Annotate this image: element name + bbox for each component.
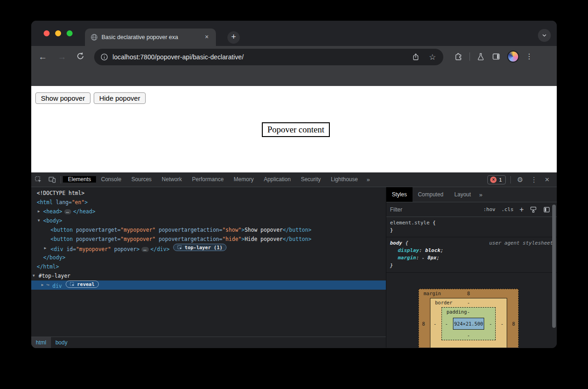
- sidebar-tab-styles[interactable]: Styles: [386, 187, 413, 202]
- new-tab-button[interactable]: +: [227, 31, 240, 44]
- hide-popover-button[interactable]: Hide popover: [94, 92, 146, 104]
- code-token-attr: lang: [53, 199, 69, 206]
- dom-node[interactable]: <!DOCTYPE html>: [31, 189, 386, 198]
- code-token-attr: id: [63, 246, 73, 252]
- expand-ellipsis-button[interactable]: …: [141, 247, 149, 252]
- devtools-tab-lighthouse[interactable]: Lighthouse: [326, 176, 363, 183]
- code-token-txt: Hide popover: [244, 236, 283, 242]
- browser-menu-icon[interactable]: ⋮: [526, 51, 533, 62]
- bookmark-star-icon[interactable]: ☆: [429, 52, 436, 62]
- dom-node[interactable]: ▼#top-layer: [31, 271, 386, 280]
- class-toggle[interactable]: .cls: [501, 206, 514, 212]
- sidebar-more-tabs-icon[interactable]: »: [476, 191, 485, 198]
- devtools-tab-sources[interactable]: Sources: [126, 176, 157, 183]
- devtools: ElementsConsoleSourcesNetworkPerformance…: [31, 172, 557, 348]
- extensions-icon[interactable]: [454, 52, 463, 61]
- rule-selector: element.style: [390, 220, 430, 226]
- dom-node[interactable]: <html lang="en">: [31, 198, 386, 207]
- expand-right-icon[interactable]: ▶: [41, 280, 44, 290]
- styles-scrollbar[interactable]: [552, 205, 556, 328]
- code-token-attr: popovertarget: [73, 227, 117, 233]
- flask-experiments-icon[interactable]: [476, 52, 485, 61]
- expand-right-icon[interactable]: ▶: [38, 207, 40, 216]
- styles-filter-input[interactable]: Filter: [390, 206, 483, 213]
- back-button[interactable]: ←: [37, 51, 48, 63]
- devtools-tab-application[interactable]: Application: [259, 176, 296, 183]
- adorner-label: reveal: [77, 280, 95, 289]
- padding-right-value: -: [487, 321, 494, 326]
- tab-close-icon[interactable]: ×: [203, 33, 211, 41]
- dom-node[interactable]: ▶<head>…</head>: [31, 207, 386, 216]
- profile-avatar[interactable]: [507, 51, 519, 63]
- code-token-tag: >: [136, 246, 140, 252]
- devtools-menu-icon[interactable]: ⋮: [528, 176, 540, 184]
- margin-right-value: 8: [510, 321, 517, 326]
- devtools-close-icon[interactable]: ×: [543, 175, 553, 184]
- pseudo-state-toggle[interactable]: :hov: [483, 206, 496, 212]
- border-top-value: -: [467, 300, 470, 305]
- css-property[interactable]: margin: ▸ 8px;: [390, 254, 553, 262]
- dom-node-selected[interactable]: ▶↪divreveal: [31, 280, 386, 290]
- code-token-tag: </head>: [73, 208, 95, 215]
- popover-content: Popover content: [262, 122, 330, 137]
- url-text[interactable]: localhost:7800/popover-api/basic-declara…: [113, 53, 412, 61]
- code-token-tag: <head>: [43, 208, 62, 215]
- side-panel-icon[interactable]: [492, 52, 501, 61]
- devtools-tab-console[interactable]: Console: [96, 176, 126, 183]
- inspect-adorner-icon: [70, 282, 75, 287]
- reload-button[interactable]: [76, 51, 87, 63]
- code-token-tag: <html: [37, 199, 53, 206]
- site-info-icon[interactable]: [101, 53, 108, 61]
- style-rule-element[interactable]: element.style { }: [386, 217, 557, 237]
- dom-node[interactable]: ▼<body>: [31, 216, 386, 225]
- share-icon[interactable]: [412, 53, 420, 61]
- devtools-tab-memory[interactable]: Memory: [229, 176, 259, 183]
- window-minimize-button[interactable]: [55, 30, 61, 36]
- box-model-diagram[interactable]: margin8 8 border- - padding-: [418, 289, 519, 348]
- expand-down-icon[interactable]: ▼: [38, 216, 40, 225]
- sidebar-tab-computed[interactable]: Computed: [413, 187, 449, 202]
- code-token-val: "mypopover": [120, 227, 155, 233]
- code-token-txt: #top-layer: [39, 273, 70, 279]
- devtools-tab-elements[interactable]: Elements: [63, 176, 96, 183]
- rule-selector: body: [390, 240, 402, 246]
- devtools-tab-performance[interactable]: Performance: [187, 176, 229, 183]
- settings-gear-icon[interactable]: ⚙: [515, 176, 525, 184]
- expand-right-icon[interactable]: ▶: [44, 244, 46, 253]
- device-toolbar-icon[interactable]: [45, 172, 59, 187]
- dom-node[interactable]: ▶<div id="mypopover" popover>…</div>top-…: [31, 244, 386, 253]
- breadcrumb-item-html[interactable]: html: [31, 337, 51, 348]
- adorner-badge[interactable]: reveal: [66, 280, 99, 288]
- code-token-tag: div: [52, 283, 62, 289]
- url-bar[interactable]: localhost:7800/popover-api/basic-declara…: [94, 49, 443, 65]
- window-maximize-button[interactable]: [67, 30, 73, 36]
- expand-down-icon[interactable]: ▼: [33, 271, 35, 280]
- style-rule-body[interactable]: user agent stylesheet body { display: bl…: [386, 237, 557, 273]
- devtools-tab-network[interactable]: Network: [157, 176, 187, 183]
- adorner-badge[interactable]: top-layer (1): [173, 244, 226, 251]
- more-panels-icon[interactable]: »: [363, 176, 373, 183]
- expand-ellipsis-button[interactable]: …: [64, 209, 72, 214]
- window-close-button[interactable]: [44, 30, 50, 36]
- tab-search-chevron-button[interactable]: [538, 29, 551, 42]
- dom-node[interactable]: </body>: [31, 253, 386, 262]
- devtools-tab-security[interactable]: Security: [296, 176, 326, 183]
- toggle-sidebar-icon[interactable]: [543, 206, 550, 213]
- dom-node[interactable]: <button popovertarget="mypopover" popove…: [31, 235, 386, 244]
- css-property[interactable]: display: block;: [390, 247, 553, 254]
- code-token-tag: >: [85, 199, 88, 206]
- browser-tab[interactable]: Basic declarative popover exa ×: [85, 29, 216, 46]
- new-style-rule-button[interactable]: +: [520, 206, 524, 214]
- browser-window: Basic declarative popover exa × + ← →: [31, 21, 557, 348]
- styles-sidebar: StylesComputedLayout» Filter :hov .cls +: [386, 187, 557, 348]
- content-size-value: 924×21.500: [453, 318, 484, 330]
- dom-node[interactable]: <button popovertarget="mypopover" popove…: [31, 225, 386, 235]
- rendering-brush-icon[interactable]: [530, 206, 537, 213]
- breadcrumb-item-body[interactable]: body: [51, 337, 72, 348]
- inspect-element-icon[interactable]: [31, 172, 45, 187]
- dom-node[interactable]: </html>: [31, 262, 386, 271]
- code-token-tag: <button: [51, 236, 73, 242]
- error-badge[interactable]: × 1: [487, 175, 505, 184]
- show-popover-button[interactable]: Show popover: [35, 92, 90, 104]
- sidebar-tab-layout[interactable]: Layout: [449, 187, 476, 202]
